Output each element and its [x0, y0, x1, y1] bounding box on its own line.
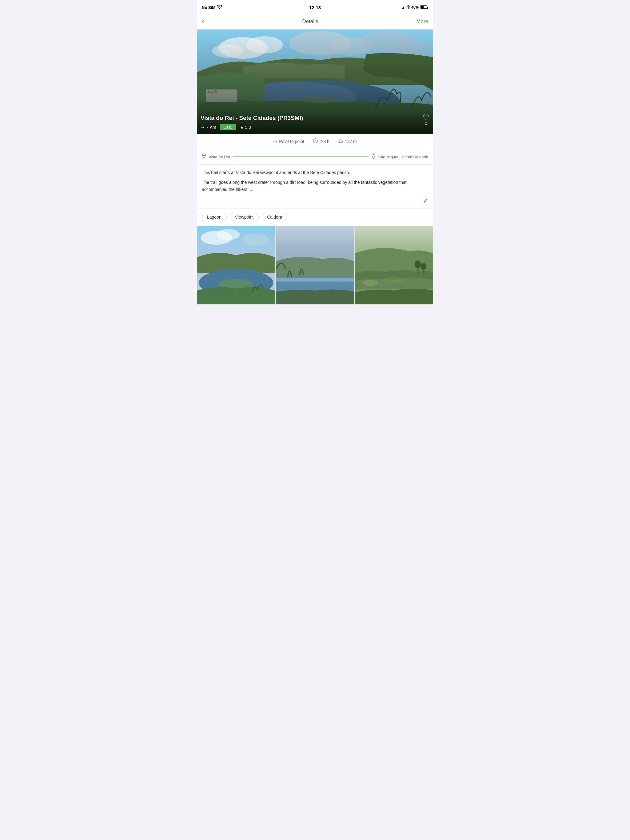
route-type-label: Point to point: [279, 139, 304, 144]
info-section: ⇢ Point to point 2-3 h 137 m: [197, 134, 433, 165]
route-type-icon: ⇢: [273, 139, 277, 145]
location-row: Vista do Rei São Miguel - Ponta Delgada: [202, 149, 428, 160]
location-icon: ▲: [401, 5, 405, 9]
status-left: No SIM: [202, 5, 222, 10]
end-pin-icon: [371, 153, 375, 160]
svg-rect-27: [276, 278, 355, 282]
route-line: [233, 156, 369, 157]
battery-percent: 46%: [411, 5, 419, 9]
star-icon: ★: [240, 125, 244, 130]
battery-icon: [420, 5, 428, 9]
more-button[interactable]: More: [416, 19, 428, 25]
photo-item-1[interactable]: [197, 226, 275, 305]
wifi-icon: [217, 5, 222, 10]
trail-distance: → 7 Km: [201, 125, 216, 130]
description-paragraph-2: The trail goes along the west crater thr…: [202, 179, 428, 193]
tag-lagoon[interactable]: Lagoon: [202, 213, 227, 221]
route-duration-label: 2-3 h: [320, 139, 329, 144]
photo-item-2[interactable]: [276, 226, 355, 305]
svg-point-34: [384, 277, 404, 283]
route-elevation-item: 137 m: [338, 138, 357, 145]
hero-image-container: Vista do Rei - Sete Cidades (PR3SMI) → 7…: [197, 30, 433, 134]
svg-point-33: [362, 280, 378, 286]
expand-button-row: ✓: [202, 196, 428, 205]
back-button[interactable]: ‹: [202, 17, 204, 25]
difficulty-badge: Easy: [220, 124, 236, 130]
start-pin-icon: [202, 153, 206, 160]
svg-point-17: [203, 155, 204, 156]
heart-icon: ♡: [423, 114, 429, 121]
route-type-item: ⇢ Point to point: [273, 139, 304, 145]
bluetooth-icon: [407, 5, 410, 10]
expand-icon[interactable]: ✓: [423, 197, 428, 205]
end-location-text: São Miguel - Ponta Delgada: [378, 155, 428, 159]
start-location-text: Vista do Rei: [209, 155, 230, 159]
elevation-icon: [338, 138, 343, 145]
tag-viewpoint[interactable]: Viewpoint: [230, 213, 259, 221]
status-right: ▲ 46%: [401, 5, 428, 10]
trail-name: Vista do Rei - Sete Cidades (PR3SMI): [201, 115, 429, 122]
hero-overlay: Vista do Rei - Sete Cidades (PR3SMI) → 7…: [197, 110, 433, 134]
photo-item-3[interactable]: [355, 226, 433, 305]
svg-point-21: [217, 229, 240, 240]
status-bar: No SIM 12:13 ▲ 46%: [197, 0, 433, 14]
trail-meta-row: → 7 Km Easy ★ 5.0: [201, 124, 429, 130]
route-elevation-label: 137 m: [345, 139, 357, 144]
tag-caldera[interactable]: Caldera: [262, 213, 287, 221]
route-duration-item: 2-3 h: [313, 138, 329, 145]
route-info-row: ⇢ Point to point 2-3 h 137 m: [202, 138, 428, 149]
trail-rating: ★ 5.0: [240, 125, 251, 130]
description-section: This trail starts at Vista do Rei viewpo…: [197, 165, 433, 208]
nav-title: Details: [302, 19, 318, 25]
description-paragraph-1: This trail starts at Vista do Rei viewpo…: [202, 169, 428, 176]
nav-bar: ‹ Details More: [197, 14, 433, 30]
photo-grid: [197, 226, 433, 305]
distance-arrow-icon: →: [201, 125, 205, 130]
svg-point-32: [421, 263, 427, 270]
like-button[interactable]: ♡ 2: [423, 114, 429, 125]
svg-point-22: [242, 234, 269, 246]
tags-section: Lagoon Viewpoint Caldera: [197, 208, 433, 226]
status-time: 12:13: [309, 5, 321, 10]
svg-point-18: [373, 155, 374, 156]
clock-icon: [313, 138, 318, 145]
svg-point-30: [415, 261, 421, 268]
likes-count: 2: [425, 121, 427, 125]
carrier-text: No SIM: [202, 5, 215, 10]
